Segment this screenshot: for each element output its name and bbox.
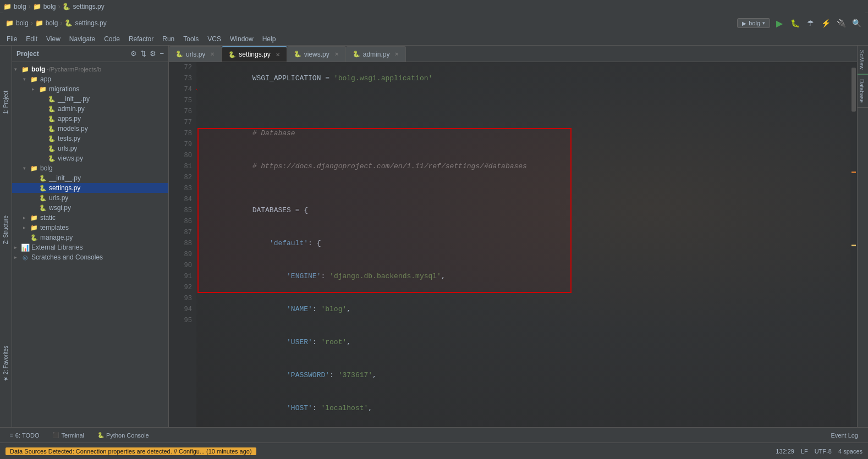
tab-urls[interactable]: 🐍 urls.py ✕ bbox=[169, 46, 222, 62]
editor-scrollbar[interactable] bbox=[850, 62, 857, 427]
indent-spaces[interactable]: 4 spaces bbox=[838, 448, 862, 455]
run-config-selector[interactable]: ▶ bolg ▾ bbox=[737, 18, 770, 28]
tree-item-bolg-root[interactable]: ▾ 📁 bolg ~/PycharmProjects/b bbox=[12, 64, 168, 74]
menu-run[interactable]: Run bbox=[158, 34, 179, 44]
menu-view[interactable]: View bbox=[42, 34, 65, 44]
panel-close-icon[interactable]: − bbox=[160, 49, 164, 58]
menu-refactor[interactable]: Refactor bbox=[124, 34, 158, 44]
left-panel-strip: 1: Project Z: Structure ★ 2: Favorites bbox=[0, 46, 12, 427]
menu-code[interactable]: Code bbox=[100, 34, 124, 44]
tree-item-static[interactable]: ▸ 📁 static bbox=[12, 213, 168, 223]
tab-views[interactable]: 🐍 views.py ✕ bbox=[287, 46, 346, 62]
code-line-81: 'NAME': 'blog', bbox=[201, 293, 846, 326]
code-line-77 bbox=[201, 183, 846, 194]
code-line-82: 'USER': 'root', bbox=[201, 326, 846, 359]
tree-item-templates[interactable]: ▸ 📁 templates bbox=[12, 223, 168, 233]
debug-button[interactable]: 🐛 bbox=[789, 17, 801, 29]
tree-item-tests[interactable]: 🐍 tests.py bbox=[12, 134, 168, 143]
code-line-85: 'PORT': '3306', bbox=[201, 425, 846, 427]
project-panel: Project ⚙ ⇅ ⚙ − ▾ 📁 bolg ~/PycharmProjec… bbox=[12, 46, 169, 427]
warning-marker bbox=[851, 245, 856, 246]
database-tab[interactable]: Database bbox=[858, 75, 868, 108]
tab-close-settings[interactable]: ✕ bbox=[276, 52, 280, 58]
tree-item-app[interactable]: ▾ 📁 app bbox=[12, 74, 168, 84]
menu-bar: File Edit View Navigate Code Refactor Ru… bbox=[0, 33, 868, 45]
code-content[interactable]: WSGI_APPLICATION = 'bolg.wsgi.applicatio… bbox=[196, 62, 850, 427]
scroll-thumb[interactable] bbox=[851, 68, 856, 112]
title-breadcrumb: 📁 bolg › 📁 bolg › 🐍 settings.py bbox=[3, 3, 105, 10]
status-right: 132:29 LF UTF-8 4 spaces bbox=[776, 448, 862, 455]
sciview-tab[interactable]: SciView bbox=[858, 46, 868, 75]
line-ending[interactable]: LF bbox=[801, 448, 808, 455]
encoding[interactable]: UTF-8 bbox=[815, 448, 832, 455]
code-line-72: WSGI_APPLICATION = 'bolg.wsgi.applicatio… bbox=[201, 62, 846, 95]
tab-admin[interactable]: 🐍 admin.py ✕ bbox=[346, 46, 406, 62]
panel-gear-icon[interactable]: ⚙ bbox=[150, 49, 156, 58]
tree-item-apps[interactable]: 🐍 apps.py bbox=[12, 114, 168, 124]
code-line-73 bbox=[201, 95, 846, 106]
menu-tools[interactable]: Tools bbox=[179, 34, 203, 44]
attach-button[interactable]: 🔌 bbox=[835, 17, 847, 29]
tree-item-settings[interactable]: 🐍 settings.py bbox=[12, 183, 168, 193]
tab-close-admin[interactable]: ✕ bbox=[394, 51, 399, 57]
menu-bar: 📁 bolg › 📁 bolg › 🐍 settings.py bbox=[0, 0, 868, 13]
tabs-bar: 🐍 urls.py ✕ 🐍 settings.py ✕ 🐍 views.py ✕… bbox=[169, 46, 857, 62]
structure-panel-tab[interactable]: Z: Structure bbox=[3, 213, 9, 246]
menu-file[interactable]: File bbox=[2, 34, 21, 44]
error-marker bbox=[851, 172, 856, 173]
tree-item-manage[interactable]: 🐍 manage.py bbox=[12, 233, 168, 242]
code-line-84: 'HOST': 'localhost', bbox=[201, 392, 846, 425]
editor-area: 🐍 urls.py ✕ 🐍 settings.py ✕ 🐍 views.py ✕… bbox=[169, 46, 857, 427]
tree-item-migrations[interactable]: ▸ 📁 migrations bbox=[12, 84, 168, 94]
terminal-tab[interactable]: ⬛ Terminal bbox=[47, 431, 90, 440]
bottom-toolbar: ≡ 6: TODO ⬛ Terminal 🐍 Python Console Ev… bbox=[0, 427, 868, 443]
breadcrumb: 📁 bolg › 📁 bolg › 🐍 settings.py bbox=[6, 19, 734, 27]
python-console-tab[interactable]: 🐍 Python Console bbox=[92, 431, 155, 440]
tree-item-app-init[interactable]: 🐍 __init__.py bbox=[12, 94, 168, 104]
code-line-78: DATABASES = { bbox=[201, 194, 846, 227]
todo-tab[interactable]: ≡ 6: TODO bbox=[4, 431, 45, 440]
panel-settings-icon[interactable]: ⚙ bbox=[130, 49, 137, 58]
tree-item-wsgi[interactable]: 🐍 wsgi.py bbox=[12, 203, 168, 213]
code-editor[interactable]: 72 73 74 75 76 77 78 79 80 81 82 83 84 8… bbox=[169, 62, 857, 427]
tree-item-bolg-init[interactable]: 🐍 __init__.py bbox=[12, 173, 168, 183]
tree-item-bolg-sub[interactable]: ▾ 📁 bolg bbox=[12, 163, 168, 173]
status-warning[interactable]: Data Sources Detected: Connection proper… bbox=[6, 447, 256, 455]
project-tree: ▾ 📁 bolg ~/PycharmProjects/b ▾ 📁 app ▸ 📁… bbox=[12, 62, 168, 427]
event-log-tab[interactable]: Event Log bbox=[825, 431, 864, 440]
tree-item-admin[interactable]: 🐍 admin.py bbox=[12, 104, 168, 114]
project-panel-header: Project ⚙ ⇅ ⚙ − bbox=[12, 46, 168, 62]
tab-close-urls[interactable]: ✕ bbox=[210, 51, 215, 57]
menu-window[interactable]: Window bbox=[226, 34, 258, 44]
code-line-83: 'PASSWORD': '373617', bbox=[201, 359, 846, 392]
tree-item-models[interactable]: 🐍 models.py bbox=[12, 124, 168, 134]
line-numbers: 72 73 74 75 76 77 78 79 80 81 82 83 84 8… bbox=[169, 62, 196, 427]
tree-item-bolg-urls[interactable]: 🐍 urls.py bbox=[12, 193, 168, 203]
tab-close-views[interactable]: ✕ bbox=[334, 51, 339, 57]
status-bar: Data Sources Detected: Connection proper… bbox=[0, 443, 868, 459]
profile-button[interactable]: ⚡ bbox=[820, 17, 832, 29]
run-button[interactable]: ▶ bbox=[773, 17, 785, 29]
search-everywhere-button[interactable]: 🔍 bbox=[850, 17, 862, 29]
right-sidebar: SciView Database bbox=[857, 46, 868, 427]
tree-item-app-views[interactable]: 🐍 views.py bbox=[12, 153, 168, 163]
code-line-75: # Database bbox=[201, 117, 846, 150]
project-panel-tab[interactable]: 1: Project bbox=[3, 89, 9, 116]
panel-sort-icon[interactable]: ⇅ bbox=[140, 49, 146, 58]
cursor-position[interactable]: 132:29 bbox=[776, 448, 794, 455]
status-left: Data Sources Detected: Connection proper… bbox=[6, 447, 769, 455]
code-line-76: # https://docs.djangoproject.com/en/1.11… bbox=[201, 150, 846, 183]
project-panel-title: Project bbox=[17, 50, 127, 58]
menu-edit[interactable]: Edit bbox=[21, 34, 42, 44]
menu-help[interactable]: Help bbox=[258, 34, 281, 44]
coverage-button[interactable]: ☂ bbox=[804, 17, 816, 29]
tree-item-external-libs[interactable]: ▸ 📊 External Libraries bbox=[12, 242, 168, 252]
code-line-80: 'ENGINE': 'django.db.backends.mysql', bbox=[201, 260, 846, 293]
tree-item-app-urls[interactable]: 🐍 urls.py bbox=[12, 143, 168, 153]
favorites-panel-tab[interactable]: ★ 2: Favorites bbox=[3, 344, 9, 384]
tab-settings[interactable]: 🐍 settings.py ✕ bbox=[222, 46, 287, 62]
menu-vcs[interactable]: VCS bbox=[203, 34, 226, 44]
code-line-74 bbox=[201, 106, 846, 117]
tree-item-scratches[interactable]: ▸ ◎ Scratches and Consoles bbox=[12, 252, 168, 262]
menu-navigate[interactable]: Navigate bbox=[65, 34, 100, 44]
